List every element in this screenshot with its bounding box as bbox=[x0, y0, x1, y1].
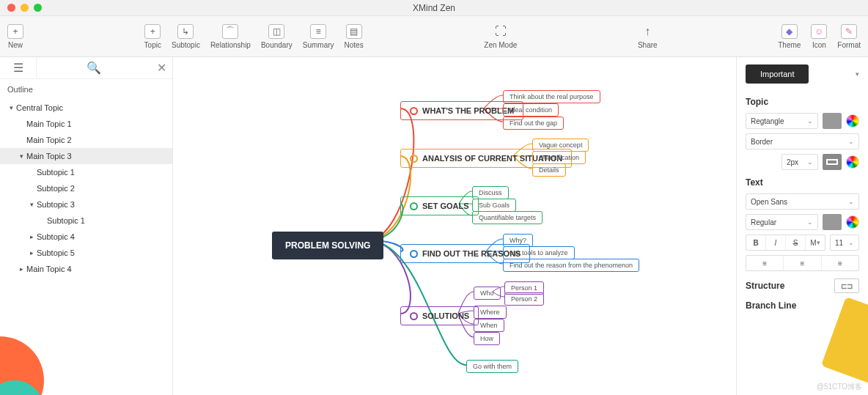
relationship-button[interactable]: ⌒Relationship bbox=[210, 24, 251, 49]
leaf-node[interactable]: Sub Goals bbox=[472, 199, 516, 212]
font-family-select[interactable]: Open Sans⌄ bbox=[746, 193, 859, 210]
leaf-node[interactable]: Quantifiable targets bbox=[472, 211, 542, 224]
outline-item[interactable]: Main Topic 1 bbox=[0, 116, 172, 132]
border-select[interactable]: Border⌄ bbox=[746, 133, 859, 149]
format-button[interactable]: ✎Format bbox=[837, 24, 861, 49]
outline-tab[interactable]: ☰ bbox=[0, 57, 37, 78]
close-window-button[interactable] bbox=[7, 4, 15, 12]
disclosure-icon: ▾ bbox=[26, 201, 37, 208]
branch-goals[interactable]: SET GOALS bbox=[400, 196, 479, 215]
search-tab[interactable]: 🔍 bbox=[37, 61, 150, 75]
outline-label: Subtopic 5 bbox=[37, 248, 75, 257]
disclosure-icon: ▸ bbox=[26, 249, 37, 256]
boundary-button[interactable]: ◫Boundary bbox=[261, 24, 293, 49]
leaf-node[interactable]: When bbox=[474, 319, 504, 332]
outline-label: Subtopic 1 bbox=[37, 168, 75, 177]
leaf-node[interactable]: Why? bbox=[503, 234, 533, 247]
color-picker-icon[interactable] bbox=[846, 155, 859, 169]
leaf-node[interactable]: Quantification bbox=[532, 151, 586, 164]
subtopic-button[interactable]: ↳Subtopic bbox=[172, 24, 200, 49]
leaf-node[interactable]: Go with them bbox=[466, 360, 518, 373]
outline-item[interactable]: Subtopic 2 bbox=[0, 180, 172, 196]
search-icon: 🔍 bbox=[87, 61, 101, 75]
outline-label: Subtopic 4 bbox=[37, 232, 75, 241]
chevron-down-icon: ⌄ bbox=[807, 218, 813, 226]
structure-section: Structure ⊏⊐ bbox=[746, 278, 859, 293]
chevron-down-icon: ⌄ bbox=[807, 158, 813, 166]
topic-section-label: Topic bbox=[746, 97, 859, 107]
notes-button[interactable]: ▤Notes bbox=[345, 24, 364, 49]
chevron-down-icon[interactable]: ▾ bbox=[856, 70, 859, 78]
outline-label: Subtopic 2 bbox=[37, 184, 75, 193]
outline-item[interactable]: ▾Main Topic 3 bbox=[0, 148, 172, 164]
text-section-label: Text bbox=[746, 177, 859, 188]
outline-item[interactable]: ▸Subtopic 4 bbox=[0, 229, 172, 245]
outline-item[interactable]: Main Topic 2 bbox=[0, 132, 172, 148]
shape-select[interactable]: Regtangle⌄ bbox=[746, 113, 818, 129]
marker-icon bbox=[410, 250, 418, 258]
italic-button[interactable]: I bbox=[766, 235, 786, 250]
strike-button[interactable]: S bbox=[786, 235, 806, 250]
border-width-select[interactable]: 2px⌄ bbox=[781, 154, 818, 170]
outline-label: Central Topic bbox=[16, 103, 63, 112]
outline-item[interactable]: ▸Main Topic 4 bbox=[0, 261, 172, 277]
outline-label: Main Topic 4 bbox=[26, 265, 72, 273]
theme-button[interactable]: ◆Theme bbox=[778, 24, 801, 49]
outline-item[interactable]: Subtopic 1 bbox=[0, 213, 172, 229]
leaf-node[interactable]: Ideal condition bbox=[503, 103, 559, 117]
expand-icon: ⛶ bbox=[493, 24, 509, 39]
outline-label: Main Topic 2 bbox=[26, 136, 72, 144]
marker-icon bbox=[410, 155, 418, 163]
font-size-select[interactable]: 11⌄ bbox=[830, 235, 859, 251]
structure-type-button[interactable]: ⊏⊐ bbox=[834, 278, 859, 293]
color-picker-icon[interactable] bbox=[846, 215, 859, 229]
color-picker-icon[interactable] bbox=[846, 114, 859, 128]
leaf-node[interactable]: Discuss bbox=[472, 186, 509, 199]
fill-color-swatch[interactable] bbox=[823, 113, 842, 129]
titlebar: XMind Zen bbox=[0, 0, 868, 16]
text-color-swatch[interactable] bbox=[823, 214, 842, 230]
maximize-window-button[interactable] bbox=[34, 4, 42, 12]
mindmap-canvas[interactable]: PROBLEM SOLVING WHAT'S THE PROBLEM Think… bbox=[173, 57, 736, 395]
leaf-node[interactable]: Details bbox=[532, 163, 566, 177]
share-button[interactable]: ↑Share bbox=[638, 24, 658, 49]
leaf-node[interactable]: Person 2 bbox=[504, 292, 544, 306]
leaf-node[interactable]: Think about the real purpose bbox=[503, 90, 600, 103]
topic-button[interactable]: +Topic bbox=[144, 24, 161, 49]
icon-button[interactable]: ☺Icon bbox=[811, 24, 827, 49]
font-weight-select[interactable]: Regular⌄ bbox=[746, 214, 818, 230]
bold-button[interactable]: B bbox=[746, 235, 766, 250]
leaf-node[interactable]: Find out the gap bbox=[503, 117, 564, 130]
marker-icon bbox=[410, 107, 418, 115]
outline-item[interactable]: ▾Subtopic 3 bbox=[0, 196, 172, 213]
leaf-node[interactable]: Where bbox=[474, 306, 507, 319]
chevron-down-icon: ⌄ bbox=[848, 198, 854, 205]
disclosure-icon: ▾ bbox=[16, 152, 26, 160]
disclosure-icon: ▸ bbox=[26, 233, 37, 240]
root-topic[interactable]: PROBLEM SOLVING bbox=[272, 232, 383, 259]
window-title: XMind Zen bbox=[413, 3, 455, 13]
close-sidebar-button[interactable]: ✕ bbox=[150, 61, 172, 75]
outline-item[interactable]: ▾Central Topic bbox=[0, 100, 172, 116]
case-button[interactable]: M▾ bbox=[806, 235, 825, 250]
outline-label: Main Topic 1 bbox=[26, 119, 72, 128]
leaf-node[interactable]: Who bbox=[474, 287, 501, 300]
minimize-window-button[interactable] bbox=[21, 4, 29, 12]
outline-item[interactable]: ▸Subtopic 5 bbox=[0, 245, 172, 261]
leaf-node[interactable]: How bbox=[474, 332, 500, 345]
leaf-node[interactable]: Vague concept bbox=[532, 139, 589, 152]
align-left-button[interactable]: ≡ bbox=[746, 256, 784, 270]
branch-solutions[interactable]: SOLUTIONS bbox=[400, 306, 479, 325]
topic-icon: + bbox=[144, 24, 161, 39]
outline-item[interactable]: Subtopic 1 bbox=[0, 164, 172, 180]
subtopic-icon: ↳ bbox=[177, 24, 194, 39]
leaf-node[interactable]: Find out the reason from the phenomenon bbox=[503, 259, 639, 272]
new-button[interactable]: + New bbox=[7, 24, 23, 49]
align-right-button[interactable]: ≡ bbox=[822, 256, 858, 270]
summary-button[interactable]: ≡Summary bbox=[303, 24, 334, 49]
leaf-node[interactable]: use tools to analyze bbox=[503, 246, 575, 259]
align-center-button[interactable]: ≡ bbox=[784, 256, 821, 270]
important-button[interactable]: Important bbox=[746, 64, 809, 84]
zen-mode-button[interactable]: ⛶Zen Mode bbox=[484, 24, 517, 49]
list-icon: ☰ bbox=[13, 61, 23, 75]
